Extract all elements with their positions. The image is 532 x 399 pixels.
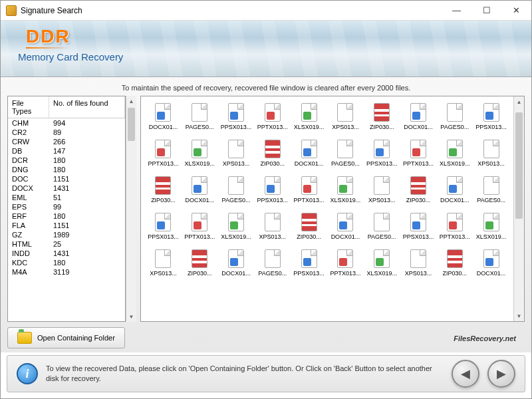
file-item[interactable]: PPSX013... <box>146 213 180 240</box>
file-item[interactable]: DOCX01... <box>219 249 253 277</box>
file-item[interactable]: XLSX019... <box>474 213 508 240</box>
file-item[interactable]: PPSX013... <box>255 176 289 203</box>
scroll-up-icon[interactable]: ▲ <box>514 96 524 107</box>
maximize-button[interactable]: ☐ <box>471 1 501 20</box>
table-row[interactable]: FLA1151 <box>8 221 125 230</box>
table-row[interactable]: CHM994 <box>8 118 125 128</box>
file-item[interactable]: ZIP030... <box>438 249 471 277</box>
file-item[interactable]: ZIP030... <box>402 176 436 203</box>
table-row[interactable]: DB147 <box>8 146 125 156</box>
file-item[interactable]: XPS013... <box>474 140 508 167</box>
file-item[interactable]: XLSX019... <box>292 103 326 130</box>
folder-icon <box>17 332 32 344</box>
table-row[interactable]: GZ1989 <box>8 230 125 239</box>
forward-button[interactable]: ▶ <box>487 360 515 388</box>
file-item[interactable]: XPS013... <box>329 103 362 130</box>
file-item[interactable]: XLSX019... <box>219 213 253 240</box>
file-item[interactable]: PAGES0... <box>329 140 362 167</box>
file-item[interactable]: PPTX013... <box>438 213 471 240</box>
file-item[interactable]: XLSX019... <box>329 176 362 203</box>
file-label: PPSX013... <box>257 197 289 203</box>
file-item[interactable]: PPSX013... <box>292 249 326 277</box>
file-icon <box>483 213 499 231</box>
scroll-up-icon[interactable]: ▲ <box>126 96 136 106</box>
file-icon <box>301 176 317 195</box>
file-item[interactable]: DOCX01... <box>329 213 362 240</box>
table-row[interactable]: INDD1431 <box>8 249 125 258</box>
file-item[interactable]: PAGES0... <box>255 249 289 277</box>
table-row[interactable]: ERF180 <box>8 211 125 221</box>
table-row[interactable]: DCR180 <box>8 156 125 165</box>
file-item[interactable]: ZIP030... <box>183 249 217 277</box>
scroll-thumb[interactable] <box>515 112 523 219</box>
file-item[interactable]: XPS013... <box>219 140 253 167</box>
table-row[interactable]: CR289 <box>8 128 125 137</box>
scroll-down-icon[interactable]: ▼ <box>514 311 524 321</box>
file-item[interactable]: PPTX013... <box>183 213 217 240</box>
file-item[interactable]: PPTX013... <box>329 249 362 277</box>
file-label: PAGES0... <box>440 124 469 130</box>
file-item[interactable]: ZIP030... <box>292 213 326 240</box>
file-item[interactable]: ZIP030... <box>255 140 289 167</box>
back-button[interactable]: ◀ <box>452 360 479 388</box>
right-scrollbar[interactable]: ▲ ▼ <box>513 96 524 321</box>
file-item[interactable]: XLSX019... <box>365 249 399 277</box>
file-item[interactable]: PAGES0... <box>474 176 508 203</box>
file-item[interactable]: XPS013... <box>146 249 180 277</box>
cell-count: 1151 <box>49 174 125 184</box>
file-icon <box>374 213 390 231</box>
file-item[interactable]: XLSX019... <box>183 140 217 167</box>
file-item[interactable]: XPS013... <box>365 176 399 203</box>
file-item[interactable]: ZIP030... <box>146 176 180 203</box>
scroll-thumb[interactable] <box>128 108 135 141</box>
file-item[interactable]: DOCX01... <box>438 176 471 203</box>
file-item[interactable]: DOCX01... <box>402 103 436 130</box>
file-item[interactable]: DOCX01... <box>146 103 180 130</box>
cell-count: 180 <box>49 165 125 174</box>
file-icon <box>155 213 171 231</box>
minimize-button[interactable]: — <box>442 1 471 20</box>
table-row[interactable]: HTML25 <box>8 239 125 249</box>
table-row[interactable]: DNG180 <box>8 165 125 174</box>
table-row[interactable]: EPS99 <box>8 202 125 211</box>
left-scrollbar[interactable]: ▲ ▼ <box>126 96 136 322</box>
file-item[interactable]: PPSX013... <box>365 140 399 167</box>
file-item[interactable]: XPS013... <box>402 249 436 277</box>
file-item[interactable]: XPS013... <box>255 213 289 240</box>
file-label: XPS013... <box>259 233 287 240</box>
file-icon <box>265 103 281 122</box>
file-item[interactable]: PPSX013... <box>402 213 436 240</box>
file-label: ZIP030... <box>261 160 285 167</box>
file-icon <box>265 176 281 195</box>
file-label: PAGES0... <box>258 270 287 277</box>
file-icon <box>192 140 207 158</box>
column-header-types[interactable]: File Types <box>8 96 49 118</box>
table-row[interactable]: DOC1151 <box>8 174 125 184</box>
file-item[interactable]: PPTX013... <box>255 103 289 130</box>
file-item[interactable]: XLSX019... <box>438 140 471 167</box>
close-button[interactable]: ✕ <box>501 1 531 20</box>
open-containing-folder-button[interactable]: Open Containing Folder <box>7 327 125 348</box>
scroll-down-icon[interactable]: ▼ <box>126 311 136 322</box>
table-row[interactable]: CRW266 <box>8 137 125 146</box>
file-icon <box>228 213 244 231</box>
file-item[interactable]: PPSX013... <box>474 103 508 130</box>
file-item[interactable]: PAGES0... <box>219 176 253 203</box>
file-item[interactable]: DOCX01... <box>474 249 508 277</box>
file-item[interactable]: PAGES0... <box>183 103 217 130</box>
file-item[interactable]: PPSX013... <box>219 103 253 130</box>
table-row[interactable]: DOCX1431 <box>8 184 125 193</box>
table-row[interactable]: M4A3119 <box>8 267 125 277</box>
table-row[interactable]: KDC180 <box>8 258 125 267</box>
file-item[interactable]: PPTX013... <box>402 140 436 167</box>
file-item[interactable]: ZIP030... <box>365 103 399 130</box>
file-item[interactable]: PAGES0... <box>365 213 399 240</box>
file-item[interactable]: DOCX01... <box>183 176 217 203</box>
file-item[interactable]: PPTX013... <box>292 176 326 203</box>
file-item[interactable]: PPTX013... <box>146 140 180 167</box>
table-row[interactable]: EML51 <box>8 193 125 202</box>
file-item[interactable]: PAGES0... <box>438 103 471 130</box>
file-item[interactable]: DOCX01... <box>292 140 326 167</box>
cell-count: 266 <box>49 137 125 146</box>
column-header-count[interactable]: No. of files found <box>49 96 125 118</box>
